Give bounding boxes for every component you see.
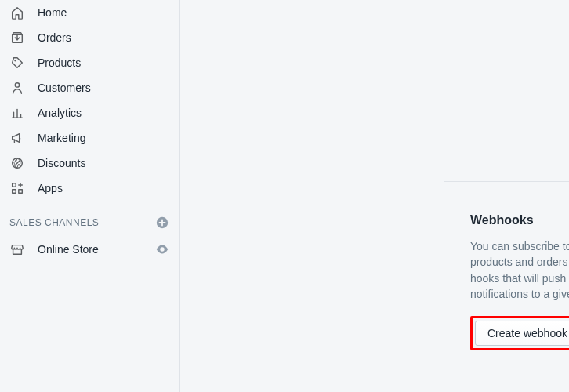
sidebar-item-marketing[interactable]: Marketing	[0, 125, 179, 151]
section-title: SALES CHANNELS	[9, 217, 99, 228]
sidebar-item-label: Products	[38, 56, 81, 69]
svg-rect-7	[13, 190, 16, 194]
sidebar-item-label: Marketing	[38, 132, 85, 144]
svg-point-5	[18, 164, 19, 165]
sidebar: Home Orders Products Customers Analytics…	[0, 0, 180, 392]
sidebar-item-label: Analytics	[38, 107, 82, 119]
section-divider	[444, 181, 569, 182]
sidebar-item-home[interactable]: Home	[0, 0, 179, 25]
sidebar-item-label: Discounts	[38, 157, 85, 169]
svg-rect-6	[13, 183, 16, 187]
webhooks-title: Webhooks	[470, 213, 569, 227]
person-icon	[9, 80, 25, 96]
discount-icon	[9, 155, 25, 171]
sidebar-item-label: Customers	[38, 82, 91, 94]
sidebar-item-apps[interactable]: Apps	[0, 176, 179, 201]
store-icon	[9, 241, 25, 257]
megaphone-icon	[9, 130, 25, 146]
webhooks-section: Webhooks You can subscribe to events for…	[470, 213, 569, 350]
sidebar-item-orders[interactable]: Orders	[0, 25, 179, 50]
home-icon	[9, 5, 25, 20]
sidebar-item-label: Online Store	[38, 243, 142, 256]
add-channel-icon[interactable]	[154, 215, 170, 230]
svg-point-10	[161, 249, 164, 251]
bar-chart-icon	[9, 105, 25, 121]
svg-point-2	[15, 83, 19, 87]
apps-icon	[9, 180, 25, 196]
sidebar-item-label: Home	[38, 6, 67, 19]
sidebar-item-customers[interactable]: Customers	[0, 75, 179, 100]
sidebar-item-label: Apps	[38, 182, 63, 194]
sidebar-item-online-store[interactable]: Online Store	[0, 237, 179, 262]
create-webhook-highlight: Create webhook	[470, 316, 569, 350]
sales-channels-header: SALES CHANNELS	[0, 201, 179, 237]
main-content: Desktop notifications Get a notification…	[180, 0, 569, 392]
create-webhook-button[interactable]: Create webhook	[475, 321, 569, 346]
svg-point-4	[15, 161, 16, 162]
sidebar-item-products[interactable]: Products	[0, 50, 179, 75]
webhooks-description: You can subscribe to events for your pro…	[470, 238, 569, 302]
view-store-icon[interactable]	[154, 241, 170, 257]
svg-point-1	[14, 60, 16, 61]
tag-icon	[9, 55, 25, 71]
sidebar-item-discounts[interactable]: Discounts	[0, 151, 179, 176]
orders-icon	[9, 30, 25, 45]
sidebar-item-label: Orders	[38, 31, 71, 44]
sidebar-item-analytics[interactable]: Analytics	[0, 100, 179, 125]
svg-rect-8	[19, 190, 23, 194]
